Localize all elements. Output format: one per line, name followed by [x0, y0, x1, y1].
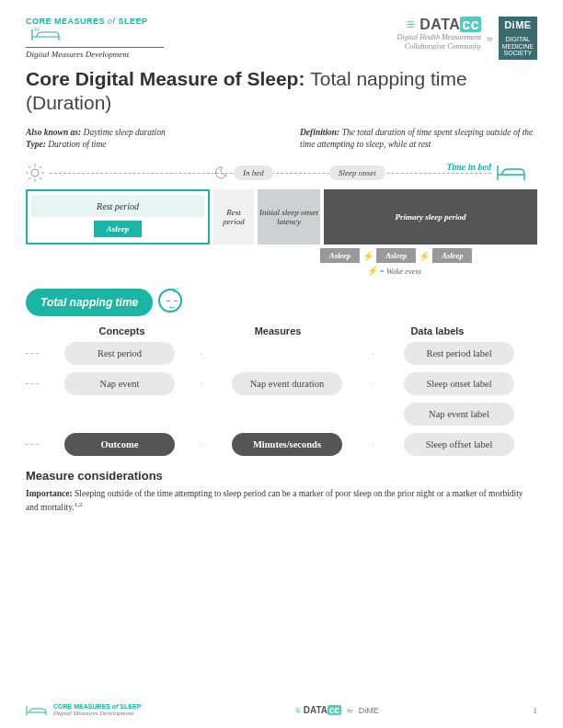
time-in-bed-label: Time in bed	[446, 162, 491, 172]
moon-icon	[213, 165, 228, 180]
dmd-subtitle: Digital Measures Development	[26, 47, 164, 59]
bolt-icon: ⚡	[419, 251, 430, 261]
svg-text:z: z	[177, 286, 179, 290]
svg-line-7	[40, 166, 41, 168]
svg-line-6	[40, 177, 41, 179]
sleep-onset-label: Sleep onset	[329, 165, 385, 180]
timeline: In bed Sleep onset Time in bed	[26, 162, 537, 184]
wake-event-key: ⚡ = Wake event	[366, 266, 537, 276]
cmd-header: ConceptsMeasuresData labels	[26, 325, 537, 336]
asleep-strip: Asleep⚡ Asleep⚡ Asleep	[320, 248, 537, 263]
sleep-face-icon: Zz	[158, 289, 182, 313]
footer: CORE MEASURES of SLEEP Digital Measures …	[26, 703, 537, 717]
bed-icon	[497, 164, 528, 182]
datacc-logo: ≡ DATAcc	[396, 17, 481, 33]
bolt-icon: ⚡	[362, 251, 373, 261]
sun-icon	[26, 164, 44, 182]
bed-icon	[31, 28, 63, 42]
in-bed-label: In bed	[234, 165, 273, 180]
svg-line-5	[29, 166, 30, 168]
header-right: ≡ DATAcc Digital Health Measurement Coll…	[396, 17, 537, 60]
header-left: CORE MEASURES of SLEEP Digital Measures …	[26, 17, 191, 59]
page-number: 1	[534, 706, 538, 715]
header: CORE MEASURES of SLEEP Digital Measures …	[26, 17, 537, 60]
core-measures-title: CORE MEASURES of SLEEP	[26, 17, 191, 26]
considerations-heading: Measure considerations	[26, 469, 537, 483]
svg-line-8	[29, 177, 30, 179]
dime-logo: DiME DIGITALMEDICINESOCIETY	[499, 17, 537, 60]
bed-icon	[26, 705, 48, 716]
cmd-grid: Rest period Rest period label Nap event …	[26, 342, 537, 456]
svg-point-0	[31, 169, 39, 176]
nap-box: Rest period Asleep	[26, 189, 210, 245]
importance-para: Importance: Sleeping outside of the time…	[26, 488, 537, 514]
meta-row: Also known as: Daytime sleep duration Ty…	[26, 127, 537, 152]
page-title: Core Digital Measure of Sleep: Total nap…	[26, 67, 537, 116]
total-napping-pill: Total napping time	[26, 289, 153, 316]
sleep-diagram: Rest period Asleep Rest period Initial s…	[26, 189, 537, 245]
